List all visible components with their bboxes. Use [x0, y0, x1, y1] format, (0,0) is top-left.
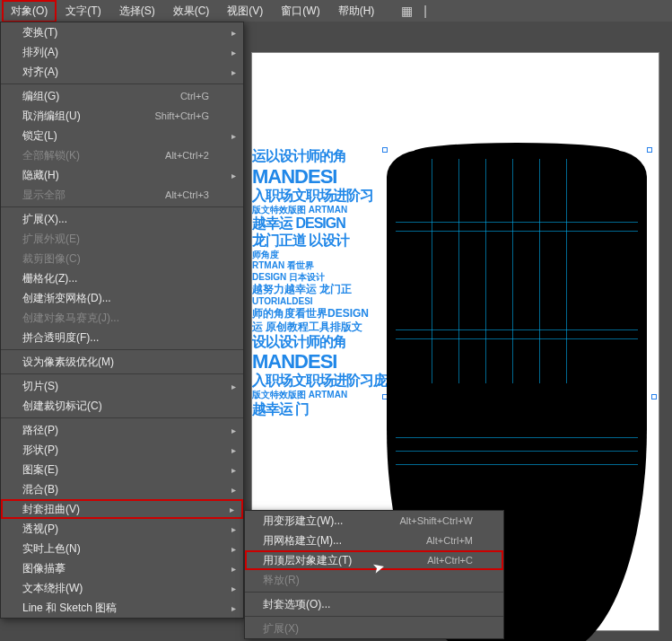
object-dropdown: 变换(T)排列(A)对齐(A)编组(G)Ctrl+G取消编组(U)Shift+C… — [0, 22, 244, 619]
menu-separator — [1, 349, 243, 350]
menu-separator — [1, 417, 243, 418]
menubar-icons: ▦ | — [401, 4, 427, 18]
menu-help[interactable]: 帮助(H) — [329, 0, 384, 22]
menu-item-c[interactable]: 创建裁切标记(C) — [1, 396, 243, 416]
menu-item-: 显示全部Alt+Ctrl+3 — [1, 185, 243, 205]
menu-item-[interactable]: 图像描摹 — [1, 558, 243, 578]
menu-label: 图案(E) — [22, 462, 58, 478]
menu-label: 文本绕排(W) — [22, 581, 83, 596]
menu-label: Line 和 Sketch 图稿 — [22, 601, 117, 616]
menu-item-z[interactable]: 栅格化(Z)... — [1, 268, 243, 288]
menu-item-x[interactable]: 扩展(X)... — [1, 209, 243, 229]
menu-separator — [1, 83, 243, 84]
menu-shortcut: Ctrl+G — [180, 91, 209, 101]
menu-separator — [245, 592, 503, 593]
menu-separator — [1, 373, 243, 374]
menu-label: 扩展外观(E) — [22, 232, 80, 247]
menu-item-w[interactable]: 文本绕排(W) — [1, 578, 243, 598]
menu-item-e: 扩展外观(E) — [1, 229, 243, 249]
menu-label: 扩展(X) — [263, 621, 299, 637]
menu-window[interactable]: 窗口(W) — [272, 0, 328, 22]
menu-item-v[interactable]: 封套扭曲(V) — [1, 499, 243, 519]
menu-label: 形状(P) — [22, 443, 58, 458]
menu-label: 用顶层对象建立(T) — [263, 553, 352, 568]
menu-label: 扩展(X)... — [22, 212, 67, 227]
menu-item-m[interactable]: 设为像素级优化(M) — [1, 352, 243, 372]
menu-label: 栅格化(Z)... — [22, 271, 77, 286]
arrange-docs-icon[interactable]: ▦ — [401, 4, 413, 18]
menu-item-t[interactable]: 变换(T) — [1, 22, 243, 42]
menu-separator — [245, 616, 503, 617]
menu-label: 锁定(L) — [22, 128, 57, 144]
menu-label: 编组(G) — [22, 89, 59, 104]
menu-item-b[interactable]: 混合(B) — [1, 479, 243, 499]
menu-label: 用变形建立(W)... — [263, 514, 343, 529]
menu-label: 裁剪图像(C) — [22, 251, 81, 267]
menu-label: 封套扭曲(V) — [22, 502, 80, 517]
menu-item-p[interactable]: 路径(P) — [1, 420, 243, 440]
menu-effect[interactable]: 效果(C) — [164, 0, 219, 22]
menu-label: 全部解锁(K) — [22, 148, 80, 163]
menu-shortcut: Shift+Ctrl+G — [154, 110, 209, 121]
menu-item-u[interactable]: 取消编组(U)Shift+Ctrl+G — [1, 106, 243, 126]
menu-label: 设为像素级优化(M) — [22, 355, 114, 370]
menu-item-a[interactable]: 排列(A) — [1, 42, 243, 62]
menu-separator — [1, 206, 243, 207]
menu-shortcut: Alt+Shift+Ctrl+W — [399, 515, 473, 526]
menu-item-n[interactable]: 实时上色(N) — [1, 539, 243, 558]
submenu-item-x: 扩展(X) — [245, 619, 503, 638]
submenu-item-w[interactable]: 用变形建立(W)...Alt+Shift+Ctrl+W — [245, 511, 503, 531]
menu-label: 实时上色(N) — [22, 541, 81, 557]
menu-label: 隐藏(H) — [22, 168, 59, 183]
menu-item-c: 裁剪图像(C) — [1, 249, 243, 268]
menu-item-a[interactable]: 对齐(A) — [1, 62, 243, 82]
menu-label: 变换(T) — [22, 25, 57, 40]
menu-object[interactable]: 对象(O) — [2, 0, 57, 22]
menu-item-e[interactable]: 图案(E) — [1, 460, 243, 479]
anchor-point[interactable] — [651, 394, 657, 400]
menu-label: 图像描摹 — [22, 561, 65, 576]
text-cloud: 运以设计师的角 MANDESI 入职场文职场进阶习 版文特效版图 ARTMAN … — [252, 147, 400, 419]
menu-label: 创建渐变网格(D)... — [22, 291, 111, 306]
menu-type[interactable]: 文字(T) — [57, 0, 109, 22]
menu-label: 对齐(A) — [22, 65, 58, 80]
menu-item-h[interactable]: 隐藏(H) — [1, 165, 243, 185]
menu-label: 混合(B) — [22, 482, 58, 497]
anchor-point[interactable] — [647, 147, 652, 153]
menu-item-f[interactable]: 拼合透明度(F)... — [1, 328, 243, 347]
menu-label: 显示全部 — [22, 188, 65, 203]
menu-select[interactable]: 选择(S) — [110, 0, 164, 22]
menu-label: 排列(A) — [22, 45, 58, 60]
submenu-item-o[interactable]: 封套选项(O)... — [245, 594, 503, 614]
menu-shortcut: Alt+Ctrl+C — [427, 555, 473, 566]
menu-item-k: 全部解锁(K)Alt+Ctrl+2 — [1, 145, 243, 165]
menu-label: 取消编组(U) — [22, 109, 81, 124]
menu-item-j: 创建对象马赛克(J)... — [1, 308, 243, 328]
menu-label: 释放(R) — [263, 573, 300, 588]
menu-label: 创建对象马赛克(J)... — [22, 311, 119, 326]
menu-item-p[interactable]: 形状(P) — [1, 440, 243, 460]
menu-label: 封套选项(O)... — [263, 597, 330, 612]
menu-item-g[interactable]: 编组(G)Ctrl+G — [1, 86, 243, 106]
menu-item-s[interactable]: 切片(S) — [1, 376, 243, 396]
menu-shortcut: Alt+Ctrl+3 — [165, 189, 209, 200]
menu-label: 用网格建立(M)... — [263, 533, 342, 549]
menu-shortcut: Alt+Ctrl+M — [426, 535, 473, 546]
menu-label: 透视(P) — [22, 522, 58, 537]
menu-item-l[interactable]: 锁定(L) — [1, 126, 243, 145]
menu-label: 路径(P) — [22, 423, 58, 438]
menu-shortcut: Alt+Ctrl+2 — [165, 150, 209, 161]
menu-label: 拼合透明度(F)... — [22, 330, 99, 346]
divider-icon: | — [423, 4, 427, 18]
menu-item-linesketch[interactable]: Line 和 Sketch 图稿 — [1, 598, 243, 618]
menu-item-d[interactable]: 创建渐变网格(D)... — [1, 288, 243, 308]
submenu-item-m[interactable]: 用网格建立(M)...Alt+Ctrl+M — [245, 531, 503, 550]
menubar: 对象(O) 文字(T) 选择(S) 效果(C) 视图(V) 窗口(W) 帮助(H… — [0, 0, 672, 22]
menu-label: 切片(S) — [22, 379, 58, 394]
menu-item-p[interactable]: 透视(P) — [1, 519, 243, 539]
menu-view[interactable]: 视图(V) — [218, 0, 272, 22]
menu-label: 创建裁切标记(C) — [22, 399, 102, 414]
